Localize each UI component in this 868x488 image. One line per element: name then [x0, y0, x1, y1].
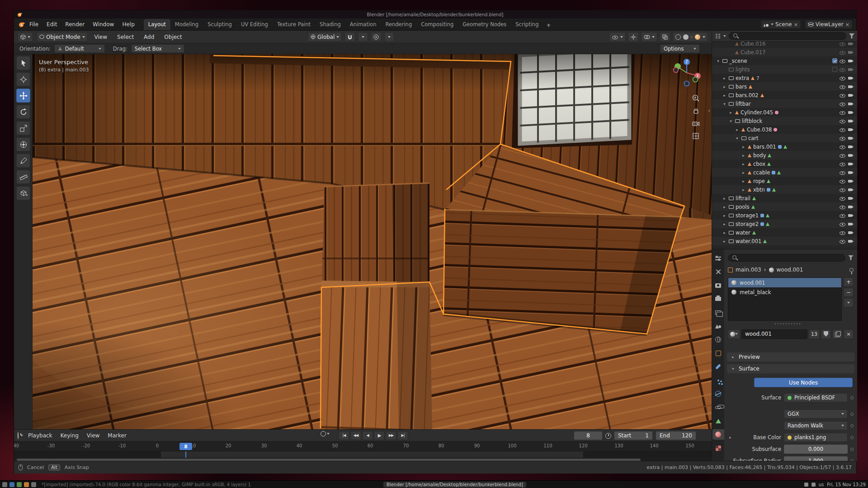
camera-view-icon[interactable]: [692, 119, 700, 127]
eye-icon[interactable]: [839, 118, 846, 124]
eye-icon[interactable]: [839, 135, 846, 141]
browse-material-button[interactable]: [728, 329, 740, 339]
blender-menu-logo-icon[interactable]: [18, 21, 25, 28]
timeline-track[interactable]: [14, 451, 712, 458]
snap-settings-dropdown[interactable]: [358, 32, 368, 42]
outliner-row[interactable]: ▸water: [712, 228, 857, 237]
unlink-material-button[interactable]: ×: [844, 329, 854, 339]
outliner-row[interactable]: ▾liftbar: [712, 99, 857, 108]
eye-icon[interactable]: [839, 187, 846, 193]
disclosure-triangle-icon[interactable]: ▸: [722, 213, 727, 218]
taskbar-window-gimp[interactable]: *[imported] (imported)-74.0 (RGB color 8…: [38, 482, 251, 488]
eye-icon[interactable]: [839, 152, 846, 159]
auto-keying-toggle[interactable]: [321, 431, 330, 436]
eye-icon[interactable]: [839, 41, 846, 47]
tab-output-properties[interactable]: [712, 294, 724, 304]
camera-icon[interactable]: [848, 178, 854, 184]
tab-compositing[interactable]: Compositing: [416, 19, 458, 30]
disclosure-triangle-icon[interactable]: ▸: [741, 179, 746, 183]
tool-add-cube[interactable]: [16, 186, 30, 200]
previous-keyframe-button[interactable]: ◀◀: [350, 431, 361, 440]
filter-icon[interactable]: [848, 255, 854, 260]
menu-render[interactable]: Render: [61, 20, 88, 29]
app-launcher-icon[interactable]: [2, 482, 7, 487]
tool-transform[interactable]: [16, 137, 30, 151]
pin-icon[interactable]: [849, 268, 854, 272]
camera-icon[interactable]: [848, 238, 854, 244]
browser-icon[interactable]: [9, 482, 14, 487]
camera-icon[interactable]: [848, 152, 854, 159]
base-color-texture[interactable]: planks1.png: [784, 433, 848, 442]
clock[interactable]: Fri, 15 Nov 13:29: [827, 482, 866, 487]
ortho-grid-icon[interactable]: [692, 132, 700, 140]
disclosure-triangle-icon[interactable]: ▾: [716, 59, 721, 63]
playhead[interactable]: 8: [179, 443, 192, 450]
tab-scene-properties[interactable]: [712, 321, 724, 331]
outliner-row[interactable]: Cube.017: [712, 48, 857, 56]
navigation-gizmo[interactable]: Z X: [672, 58, 702, 88]
tab-modeling[interactable]: Modeling: [170, 19, 203, 30]
outliner-row[interactable]: ▸bars.002: [712, 91, 857, 99]
tab-object-data-properties[interactable]: [712, 416, 724, 426]
scrollbar-thumb[interactable]: [17, 459, 641, 461]
outliner-search[interactable]: [729, 32, 846, 40]
disclosure-triangle-icon[interactable]: ▸: [741, 145, 746, 149]
tool-scale[interactable]: [16, 121, 30, 135]
sidebar-toggle[interactable]: ‹: [708, 108, 710, 114]
play-reverse-button[interactable]: ◀: [362, 431, 373, 440]
menu-view[interactable]: View: [84, 432, 103, 440]
eye-icon[interactable]: [839, 109, 846, 116]
disclosure-triangle-icon[interactable]: ▸: [735, 127, 740, 132]
resize-grip[interactable]: [774, 323, 801, 325]
tab-texture-paint[interactable]: Texture Paint: [273, 19, 315, 30]
disclosure-triangle-icon[interactable]: ▸: [722, 230, 727, 235]
exclude-checkbox[interactable]: [832, 67, 837, 72]
disclosure-triangle-icon[interactable]: ▾: [728, 119, 733, 123]
play-button[interactable]: ▶: [374, 431, 385, 440]
camera-icon[interactable]: [848, 187, 854, 193]
editor-type-button[interactable]: [18, 32, 33, 42]
tool-move[interactable]: [16, 89, 30, 103]
menu-view[interactable]: View: [91, 33, 110, 41]
tab-material-properties[interactable]: [712, 429, 724, 440]
disclosure-triangle-icon[interactable]: ▸: [722, 205, 727, 209]
eye-icon[interactable]: [839, 204, 846, 210]
eye-icon[interactable]: [839, 144, 846, 150]
menu-select[interactable]: Select: [114, 33, 137, 41]
close-icon[interactable]: ×: [845, 22, 849, 28]
volume-icon[interactable]: [811, 483, 816, 487]
toggle-xray[interactable]: [660, 32, 670, 42]
camera-icon[interactable]: [848, 118, 854, 124]
material-name-field[interactable]: wood.001: [741, 329, 807, 339]
properties-editor-icon[interactable]: [712, 253, 724, 263]
exclude-checkbox[interactable]: [832, 58, 837, 63]
tab-rendering[interactable]: Rendering: [381, 19, 416, 30]
taskbar-window-blender[interactable]: Blender [/home/amalie/Desktop/blender/bu…: [383, 482, 526, 488]
pan-hand-icon[interactable]: [692, 107, 700, 115]
outliner-row[interactable]: ▸storage1: [712, 211, 857, 220]
material-slot[interactable]: metal_black: [728, 287, 841, 297]
subsurface-radius-slider[interactable]: 1.000: [784, 456, 848, 461]
tab-modifier-properties[interactable]: [712, 361, 724, 372]
properties-search[interactable]: [728, 254, 845, 262]
camera-icon[interactable]: [848, 169, 854, 176]
shading-wireframe-button[interactable]: [675, 34, 681, 40]
tab-tool[interactable]: [712, 267, 724, 277]
disclosure-triangle-icon[interactable]: ▸: [741, 170, 746, 175]
outliner-row[interactable]: ▸bars.001: [712, 142, 857, 151]
eye-icon[interactable]: [839, 92, 846, 99]
tab-particle-properties[interactable]: [712, 375, 724, 385]
disclosure-triangle-icon[interactable]: ▸: [728, 435, 733, 440]
current-frame-field[interactable]: 8: [574, 431, 603, 440]
breadcrumb-object[interactable]: main.003: [736, 267, 761, 273]
menu-file[interactable]: File: [26, 20, 42, 29]
eye-icon[interactable]: [839, 195, 846, 202]
menu-marker[interactable]: Marker: [104, 432, 129, 440]
animate-dot[interactable]: [850, 448, 854, 451]
viewlayer-selector[interactable]: ViewLayer ×: [805, 20, 853, 29]
close-icon[interactable]: ×: [794, 22, 798, 28]
outliner-row[interactable]: ▸ccable: [712, 168, 857, 177]
disclosure-triangle-icon[interactable]: ▸: [722, 84, 727, 89]
disclosure-triangle-icon[interactable]: ▸: [722, 196, 727, 201]
next-keyframe-button[interactable]: ▶▶: [386, 431, 396, 440]
